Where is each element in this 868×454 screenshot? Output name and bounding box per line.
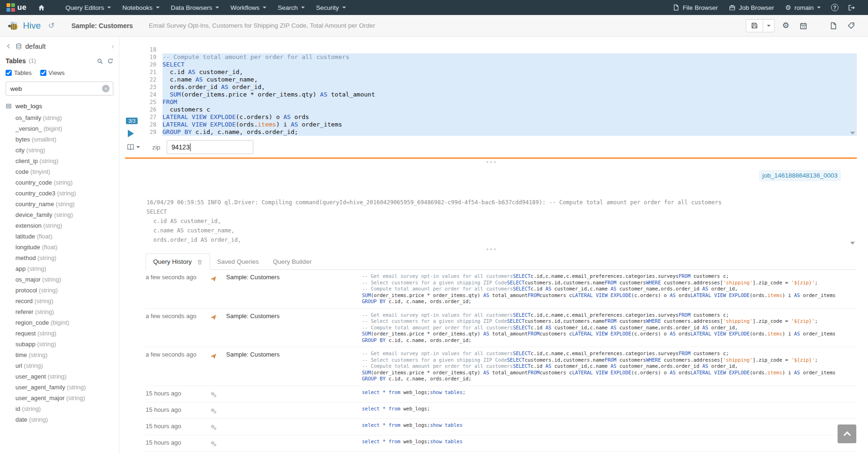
table-item-web-logs[interactable]: web_logs xyxy=(0,100,119,112)
column-item[interactable]: request (string) xyxy=(0,328,119,339)
column-item[interactable]: id (string) xyxy=(0,403,119,414)
file-browser-link[interactable]: File Browser xyxy=(667,0,723,15)
column-name: request xyxy=(15,330,36,337)
home-button[interactable] xyxy=(33,0,50,15)
help-icon: ? xyxy=(831,4,839,11)
column-type: (string) xyxy=(52,179,73,186)
settings-button[interactable]: ⚙ xyxy=(780,21,792,30)
column-item[interactable]: referer (string) xyxy=(0,306,119,317)
resize-handle[interactable] xyxy=(125,246,857,253)
recent-queries-icon[interactable]: ↺ xyxy=(48,21,54,30)
save-dropdown-button[interactable] xyxy=(763,19,775,32)
column-item[interactable]: user_agent (string) xyxy=(0,371,119,382)
column-item[interactable]: country_name (string) xyxy=(0,199,119,209)
column-item[interactable]: longitude (float) xyxy=(0,242,119,253)
table-filter-input[interactable] xyxy=(6,82,113,96)
column-item[interactable]: subapp (string) xyxy=(0,339,119,350)
tab-query-builder[interactable]: Query Builder xyxy=(266,253,319,270)
hive-app-name: Hive xyxy=(23,21,41,31)
clear-search-icon[interactable]: × xyxy=(102,85,110,92)
menu-query-editors[interactable]: Query Editors xyxy=(60,0,117,15)
logout-button[interactable] xyxy=(843,0,860,15)
database-selector[interactable]: default xyxy=(25,43,46,50)
column-item[interactable]: device_family (string) xyxy=(0,209,119,220)
column-item[interactable]: bytes (smallint) xyxy=(0,134,119,145)
resize-handle[interactable] xyxy=(125,159,857,165)
user-menu[interactable]: ⚙romain xyxy=(780,0,826,15)
tables-checkbox[interactable] xyxy=(6,70,12,76)
collapse-panel-button[interactable]: ‹ xyxy=(111,42,114,50)
column-item[interactable]: time (string) xyxy=(0,350,119,360)
column-item[interactable]: os_major (string) xyxy=(0,274,119,285)
code-segment: total_amount xyxy=(489,370,528,375)
code-segment: (order_items.price * order_items.qty) xyxy=(181,91,320,98)
views-checkbox[interactable] xyxy=(40,70,46,76)
code-segment: AS xyxy=(702,363,708,369)
history-row[interactable]: 15 hours agoselect * from web_logs;show … xyxy=(146,386,857,402)
code-editor[interactable]: 181920212223242526272829 -- Compute tota… xyxy=(145,46,857,136)
column-item[interactable]: client_ip (string) xyxy=(0,156,119,166)
chevron-up-icon xyxy=(843,432,851,439)
code-segment: web_logs; xyxy=(404,439,430,444)
tab-saved-queries[interactable]: Saved Queries xyxy=(210,253,266,270)
column-item[interactable]: protocol (string) xyxy=(0,285,119,296)
column-item[interactable]: method (string) xyxy=(0,253,119,263)
history-row[interactable]: 15 hours agoselect * from web_logs; xyxy=(146,402,857,419)
column-name: app xyxy=(15,265,26,272)
menu-search[interactable]: Search xyxy=(272,0,310,15)
file-browser-label: File Browser xyxy=(683,4,718,11)
save-button[interactable] xyxy=(746,19,763,32)
execute-button[interactable] xyxy=(128,130,134,137)
column-item[interactable]: os_family (string) xyxy=(0,112,119,123)
column-item[interactable]: _version_ (bigint) xyxy=(0,123,119,134)
column-item[interactable]: extension (string) xyxy=(0,220,119,231)
history-row[interactable]: a few seconds agoSample: Customers-- Get… xyxy=(146,309,857,348)
job-browser-link[interactable]: Job Browser xyxy=(723,0,780,15)
column-item[interactable]: country_code3 (string) xyxy=(0,188,119,199)
menu-data-browsers[interactable]: Data Browsers xyxy=(165,0,225,15)
column-item[interactable]: code (tinyint) xyxy=(0,166,119,177)
column-item[interactable]: user_agent_major (string) xyxy=(0,393,119,403)
variable-input[interactable]: 94123 xyxy=(167,140,253,154)
editor-scroll-down-icon[interactable] xyxy=(850,132,855,134)
hive-app-link[interactable]: Hive xyxy=(7,20,41,32)
history-row[interactable]: a few seconds agoSample: Customers-- Get… xyxy=(146,347,857,386)
editor-header: Hive ↺ Sample: Customers Email Survey Op… xyxy=(0,15,868,37)
column-type: (string) xyxy=(42,222,62,229)
job-link[interactable]: job_1461888648136_0003 xyxy=(759,170,841,181)
code-segment: SUM xyxy=(362,292,371,298)
scroll-to-top-button[interactable] xyxy=(838,424,856,443)
log-scroll-down-icon[interactable] xyxy=(850,242,855,245)
hue-logo[interactable]: ue xyxy=(7,3,27,12)
presentation-mode-button[interactable] xyxy=(127,143,146,151)
filter-tables-toggle[interactable]: Tables xyxy=(6,69,32,76)
column-item[interactable]: date (string) xyxy=(0,414,119,425)
schedule-button[interactable] xyxy=(797,21,810,30)
code-segment: AS xyxy=(794,370,800,375)
column-item[interactable]: city (string) xyxy=(0,145,119,156)
column-item[interactable]: url (string) xyxy=(0,360,119,371)
tab-query-history[interactable]: Query History xyxy=(146,253,210,270)
table-search-button[interactable] xyxy=(97,58,103,64)
new-query-button[interactable] xyxy=(827,21,840,30)
history-row[interactable]: 15 hours agoselect * from web_logs;show … xyxy=(146,419,857,435)
history-row[interactable]: 15 hours agoselect * from web_logs;show … xyxy=(146,435,857,452)
table-refresh-button[interactable] xyxy=(107,58,113,64)
column-item[interactable]: country_code (string) xyxy=(0,177,119,188)
menu-notebooks[interactable]: Notebooks xyxy=(117,0,165,15)
history-row[interactable]: 15 hours agoselect * from web_logs;show … xyxy=(146,452,857,454)
help-button[interactable]: ? xyxy=(826,0,843,15)
history-row[interactable]: a few seconds agoSample: Customers-- Get… xyxy=(146,270,857,309)
menu-security[interactable]: Security xyxy=(310,0,352,15)
back-to-databases-button[interactable] xyxy=(6,43,12,49)
column-item[interactable]: user_agent_family (string) xyxy=(0,382,119,393)
history-name xyxy=(226,389,362,390)
tags-button[interactable] xyxy=(845,21,858,30)
column-item[interactable]: record (string) xyxy=(0,296,119,306)
menu-workflows[interactable]: Workflows xyxy=(225,0,272,15)
column-item[interactable]: latitude (float) xyxy=(0,231,119,242)
filter-views-toggle[interactable]: Views xyxy=(40,69,65,76)
clear-history-button[interactable] xyxy=(197,258,203,265)
column-item[interactable]: app (string) xyxy=(0,263,119,274)
column-item[interactable]: region_code (bigint) xyxy=(0,317,119,328)
